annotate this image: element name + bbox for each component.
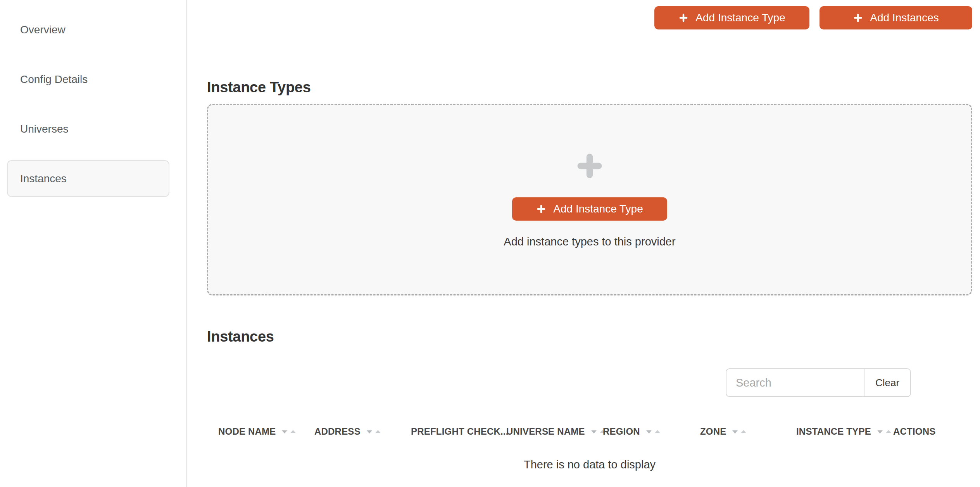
instances-title: Instances	[207, 328, 274, 345]
column-header-universe-name[interactable]: UNIVERSE NAME	[506, 423, 606, 440]
sidebar-item-config-details[interactable]: Config Details	[7, 61, 169, 98]
column-label: ZONE	[700, 426, 726, 437]
column-header-preflight-check: PREFLIGHT CHECK...	[411, 423, 509, 440]
sidebar-item-label: Config Details	[20, 73, 88, 86]
sort-asc-icon	[290, 429, 297, 434]
column-label: INSTANCE TYPE	[796, 426, 871, 437]
column-label: ACTIONS	[893, 426, 935, 437]
instances-page: Overview Config Details Universes Instan…	[0, 0, 980, 487]
instance-types-title: Instance Types	[207, 79, 311, 96]
add-instance-type-button-panel[interactable]: Add Instance Type	[512, 197, 667, 221]
column-label: PREFLIGHT CHECK...	[411, 426, 509, 437]
sort-asc-icon	[654, 429, 661, 434]
sort-desc-icon	[732, 429, 738, 434]
search-input[interactable]	[726, 369, 864, 396]
column-label: NODE NAME	[218, 426, 276, 437]
sort-icons	[732, 429, 747, 434]
sidebar-item-label: Universes	[20, 123, 68, 135]
sort-icons	[876, 429, 892, 434]
plus-icon	[678, 13, 688, 23]
table-empty-message: There is no data to display	[207, 458, 972, 471]
sidebar-item-label: Overview	[20, 24, 66, 36]
sort-asc-icon	[374, 429, 381, 434]
sort-asc-icon	[740, 429, 747, 434]
plus-icon	[853, 13, 863, 23]
sidebar: Overview Config Details Universes Instan…	[0, 0, 187, 487]
sort-asc-icon	[885, 429, 892, 434]
sort-icons	[366, 429, 381, 434]
sort-desc-icon	[590, 429, 597, 434]
sidebar-item-instances[interactable]: Instances	[7, 160, 169, 197]
column-header-actions: ACTIONS	[893, 423, 935, 440]
clear-button[interactable]: Clear	[864, 369, 910, 396]
add-instance-type-button[interactable]: Add Instance Type	[654, 6, 809, 29]
sort-icons	[281, 429, 297, 434]
empty-state-caption: Add instance types to this provider	[208, 235, 971, 248]
column-header-region[interactable]: REGION	[603, 423, 661, 440]
sidebar-item-universes[interactable]: Universes	[7, 111, 169, 147]
sort-desc-icon	[876, 429, 883, 434]
column-header-node-name[interactable]: NODE NAME	[218, 423, 297, 440]
add-instances-label: Add Instances	[870, 12, 939, 24]
sidebar-item-overview[interactable]: Overview	[7, 11, 169, 48]
column-header-address[interactable]: ADDRESS	[314, 423, 381, 440]
column-label: REGION	[603, 426, 640, 437]
add-instance-type-label: Add Instance Type	[695, 12, 785, 24]
column-label: ADDRESS	[314, 426, 361, 437]
sidebar-item-label: Instances	[20, 173, 67, 185]
plus-icon	[576, 152, 603, 181]
add-instances-button[interactable]: Add Instances	[820, 6, 972, 29]
search-group: Clear	[726, 368, 911, 397]
instance-types-empty-panel: Add Instance Type Add instance types to …	[207, 104, 972, 295]
plus-icon	[536, 204, 546, 214]
sort-desc-icon	[366, 429, 373, 434]
sort-desc-icon	[281, 429, 288, 434]
sort-desc-icon	[645, 429, 652, 434]
column-label: UNIVERSE NAME	[506, 426, 585, 437]
sort-icons	[645, 429, 661, 434]
column-header-zone[interactable]: ZONE	[700, 423, 747, 440]
add-instance-type-label: Add Instance Type	[553, 203, 643, 215]
column-header-instance-type[interactable]: INSTANCE TYPE	[796, 423, 892, 440]
